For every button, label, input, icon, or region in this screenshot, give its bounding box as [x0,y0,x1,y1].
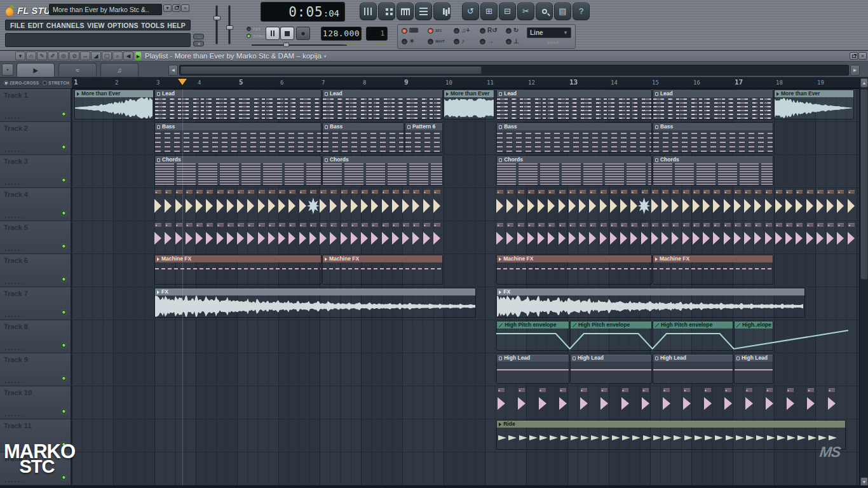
audio-clip-hit[interactable]: ▸ [412,189,420,217]
audio-clip-hit[interactable]: ▸ [837,222,844,250]
track-enable-led[interactable] [62,178,66,182]
audio-clip-hit[interactable]: ▸ [683,388,691,416]
draw-icon[interactable]: ✎ [37,51,47,60]
audio-clip-hit[interactable]: ▸ [278,222,286,250]
position-knob[interactable] [283,43,289,47]
audio-clip-hit[interactable]: ▸ [703,189,710,217]
audio-clip-hit[interactable]: ▸ [165,222,172,250]
audio-clip-hit[interactable]: ▸ [506,222,514,250]
follow-toggle[interactable]: → [480,38,500,44]
menu-icon[interactable]: ▾ [15,51,25,60]
tempo-display[interactable]: 128.000 [321,27,362,41]
vertical-scrollbar[interactable]: ▲ ▼ [859,78,868,488]
clip-lead[interactable]: Lead [322,90,443,119]
audio-clip-hit[interactable]: ▸ [828,388,836,416]
audio-clip-hit[interactable]: ▸ [580,388,588,416]
snap-selector[interactable]: Line▼ [527,27,571,38]
track-header-track-1[interactable]: Track 1 [0,89,72,122]
rollup-button[interactable]: ▾ [163,4,172,12]
audio-clip-hit[interactable]: ▸ [237,189,245,217]
audio-clip-hit[interactable]: ▸ [713,189,721,217]
audio-clip-hit[interactable]: ▸ [154,222,162,250]
audio-clip-hit[interactable]: ▸ [724,388,732,416]
audio-clip-hit[interactable]: ▸ [642,388,649,416]
audio-clip-hit[interactable]: ▸ [371,222,379,250]
loop-record-toggle[interactable]: R↺ [480,27,500,34]
audio-clip-hit[interactable]: ▸ [765,189,773,217]
audio-clip-hit[interactable]: ▸ [186,222,193,250]
audio-clip-hit[interactable]: ▸ [610,222,618,250]
menu-item-edit[interactable]: EDIT [28,22,44,29]
audio-clip-hit[interactable]: ▸ [330,189,337,217]
track-header-track-10[interactable]: Track 10 [0,386,72,419]
audio-clip-hit[interactable]: ▸ [775,189,783,217]
audio-clip-hit[interactable]: ▸ [330,222,337,250]
audio-clip-hit[interactable]: ▸ [848,189,855,217]
audio-clip-hit[interactable]: ▸ [496,222,504,250]
audio-clip-hit[interactable]: ▸ [559,222,566,250]
overdub-toggle[interactable]: ♫+ [454,27,474,34]
audio-clip-hit[interactable]: ▸ [309,222,317,250]
audio-clip-hit[interactable]: ▸ [351,189,358,217]
audio-clip-hit[interactable]: ▸ [724,189,731,217]
wait-for-input-toggle[interactable]: WAIT [428,38,448,44]
hscroll-handle[interactable] [180,66,482,74]
project-info-button[interactable]: ▤ [554,3,571,20]
playlist-titlebar[interactable]: ▾∩✎✐◎⊘↔◢▢⌕◀ ▶ Playlist - More than Ever … [0,51,868,62]
clip-more-than-ever[interactable]: More than Ever [444,90,494,119]
audio-clip-hit[interactable]: ▸ [227,222,234,250]
track-header-track-7[interactable]: Track 7 [0,287,72,320]
clip-machine-fx[interactable]: Machine FX [496,255,652,285]
menu-item-file[interactable]: FILE [10,22,25,29]
save-button[interactable]: ⊞ [480,3,498,20]
audio-clip-hit[interactable]: ▸ [247,189,255,217]
help-button[interactable]: ? [573,3,590,20]
browser-button[interactable] [415,3,432,20]
master-pitch-slider[interactable] [228,5,231,44]
audio-clip-hit[interactable]: ▸ [734,189,742,217]
horizontal-scrollbar[interactable] [179,65,849,76]
audio-clip-hit[interactable]: ▸ [620,222,628,250]
audio-clip-hit[interactable]: ▸ [787,388,794,416]
timeline-ruler[interactable]: 12345678910111213141516171819 [72,78,859,89]
audio-clip-hit[interactable]: ▸ [600,222,607,250]
audio-clip-hit[interactable]: ▸ [548,222,555,250]
clip-chords[interactable]: Chords [154,156,322,186]
tab-notes[interactable]: ♫ [100,63,139,77]
clip-chords[interactable]: Chords [496,156,652,186]
slip-icon[interactable]: ↔ [80,51,90,60]
audio-clip-hit[interactable]: ▸ [517,189,525,217]
track-enable-led[interactable] [62,277,66,281]
volume-knob[interactable] [214,16,220,20]
audio-clip-hit[interactable]: ▸ [806,189,814,217]
audio-clip-hit[interactable]: ▸ [538,189,545,217]
clip-bass[interactable]: Bass [496,123,652,152]
playhead-marker[interactable] [178,79,187,85]
audio-clip-hit[interactable]: ▸ [320,222,327,250]
audio-clip-hit[interactable]: ▸ [382,222,390,250]
stepseq-button[interactable] [378,3,395,20]
mixer-button[interactable] [360,3,377,20]
audio-clip-hit[interactable]: ▸ [630,222,638,250]
audio-clip-hit[interactable]: ▸ [351,222,358,250]
audio-clip-hit[interactable]: ▸ [754,222,762,250]
countdown-toggle[interactable]: 321 [428,27,448,34]
restore-button[interactable] [172,4,180,12]
audio-clip-hit[interactable]: ▸ [672,189,679,217]
menu-item-view[interactable]: VIEW [87,22,105,29]
audio-clip-hit[interactable]: ▸ [361,189,369,217]
audio-clip-hit[interactable]: ▸ [539,388,546,416]
clip-machine-fx[interactable]: Machine FX [653,255,773,285]
audio-clip-hit[interactable]: ▸ [258,189,266,217]
clip-high-pitch-envelope[interactable]: High Pitch envelope [496,321,569,351]
play-pause-button[interactable] [266,27,280,40]
tab-automation[interactable]: ≈ [58,63,97,77]
audio-clip-hit[interactable]: ▸ [641,222,649,250]
audio-clip-hit[interactable]: ▸ [682,189,690,217]
vscroll-thumb[interactable] [860,89,868,280]
undo-button[interactable]: ↺ [462,3,479,20]
audio-clip-hit[interactable]: ▸ [227,189,234,217]
audio-clip-hit[interactable]: ▸ [724,222,731,250]
track-header-track-5[interactable]: Track 5 [0,221,72,254]
audio-clip-hit[interactable]: ▸ [744,189,752,217]
